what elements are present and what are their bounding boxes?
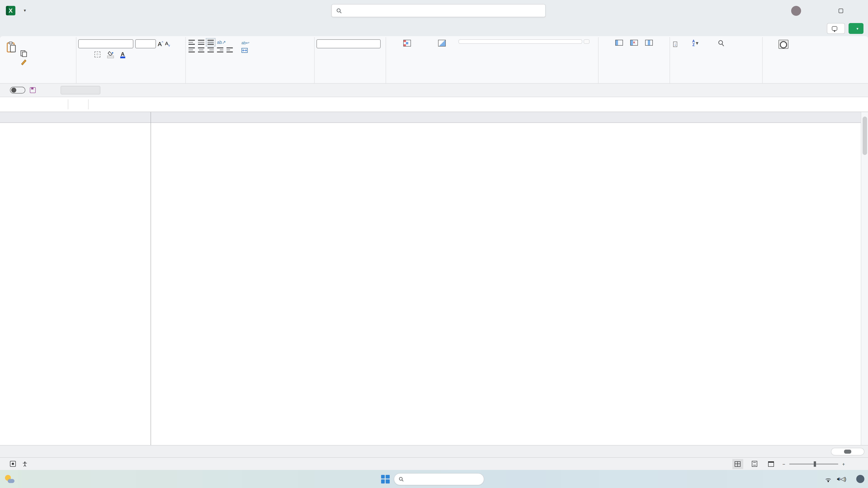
- clear-button[interactable]: [672, 48, 681, 50]
- status-bar: − +: [0, 457, 868, 470]
- analysis-group: [763, 37, 804, 83]
- increase-indent-button[interactable]: [226, 47, 233, 53]
- save-icon: [30, 87, 36, 93]
- taskbar-search[interactable]: [394, 473, 484, 485]
- format-cells-button[interactable]: [643, 38, 655, 49]
- page-break-view-button[interactable]: [766, 459, 776, 469]
- name-box-resizer[interactable]: [68, 97, 72, 111]
- font-size-select[interactable]: [135, 39, 156, 48]
- vertical-scroll-thumb[interactable]: [862, 117, 867, 155]
- share-button[interactable]: ▼: [848, 23, 864, 34]
- increase-font-button[interactable]: A^: [158, 40, 163, 47]
- orientation-button[interactable]: ab↗: [217, 40, 226, 45]
- chevron-down-icon: ▼: [856, 27, 859, 30]
- fill-color-button[interactable]: [107, 51, 114, 57]
- ribbon: A^ Av ⁘ A: [0, 36, 868, 84]
- find-select-button[interactable]: [708, 38, 734, 51]
- borders-button[interactable]: ⁘: [94, 51, 100, 57]
- align-center-button[interactable]: [198, 47, 204, 53]
- zoom-out-button[interactable]: −: [782, 461, 785, 466]
- save-button[interactable]: [30, 87, 38, 93]
- notification-badge[interactable]: [856, 475, 864, 483]
- zoom-in-button[interactable]: +: [842, 461, 845, 466]
- restore-icon: [839, 8, 843, 13]
- alignment-group: ab↗ ab↩: [186, 37, 315, 83]
- expand-formula-bar-button[interactable]: [856, 97, 868, 111]
- find-icon: [717, 40, 725, 47]
- wifi-icon[interactable]: [825, 476, 832, 482]
- conditional-formatting-button[interactable]: [388, 38, 426, 50]
- system-tray: 🔊︎◁): [802, 475, 864, 483]
- avatar[interactable]: [791, 6, 801, 15]
- cell-styles-gallery: [458, 39, 582, 44]
- wrap-text-button[interactable]: ab↩: [240, 40, 252, 46]
- editing-group: ↓ AZ▼: [670, 37, 763, 83]
- zoom-slider[interactable]: [789, 463, 838, 464]
- quick-access-toolbar: [0, 84, 868, 97]
- volume-icon[interactable]: 🔊︎◁): [837, 476, 846, 482]
- format-as-table-button[interactable]: [426, 38, 458, 50]
- align-right-button[interactable]: [208, 47, 214, 53]
- autosave-toggle[interactable]: [10, 87, 25, 94]
- horizontal-scroll-thumb[interactable]: [844, 449, 851, 453]
- cells-group: ×: [598, 37, 670, 83]
- page-break-icon: [768, 461, 774, 466]
- formula-bar: [0, 97, 868, 112]
- font-color-button[interactable]: A: [121, 51, 125, 57]
- decrease-font-button[interactable]: Av: [165, 41, 170, 47]
- decrease-indent-button[interactable]: [217, 47, 223, 53]
- dropbox-tray-icon[interactable]: [807, 475, 815, 483]
- restore-button[interactable]: [832, 2, 850, 20]
- number-format-select[interactable]: [316, 39, 381, 48]
- minimize-button[interactable]: [814, 2, 832, 20]
- fill-button[interactable]: ↓: [672, 41, 681, 48]
- sort-filter-button[interactable]: AZ▼: [683, 38, 708, 51]
- copy-icon: [20, 50, 27, 57]
- comments-button[interactable]: [827, 23, 845, 34]
- cut-button[interactable]: [19, 41, 31, 49]
- delete-cells-button[interactable]: ×: [627, 38, 641, 49]
- styles-gallery-scrollbar[interactable]: [584, 39, 590, 44]
- paste-button[interactable]: [4, 38, 19, 57]
- analyze-data-button[interactable]: [770, 38, 797, 52]
- weather-icon: [4, 474, 14, 484]
- accessibility-icon: [22, 461, 28, 466]
- taskbar: 🔊︎◁): [0, 470, 868, 488]
- vertical-scrollbar[interactable]: [861, 112, 868, 445]
- align-top-button[interactable]: [188, 40, 195, 45]
- add-sheet-button[interactable]: [12, 446, 23, 457]
- font-name-select[interactable]: [78, 39, 133, 48]
- align-left-button[interactable]: [188, 47, 195, 53]
- page-layout-view-button[interactable]: [749, 459, 760, 469]
- copy-button[interactable]: [19, 49, 31, 58]
- worksheet-grid: [0, 112, 868, 445]
- normal-view-button[interactable]: [732, 459, 743, 469]
- search-box[interactable]: [331, 4, 546, 17]
- sheet-tab-bar: [0, 445, 868, 457]
- normal-view-icon: [735, 461, 741, 466]
- formula-input[interactable]: [89, 97, 856, 111]
- weather-widget[interactable]: [4, 474, 18, 484]
- horizontal-scrollbar[interactable]: [831, 448, 864, 455]
- name-box[interactable]: [0, 97, 68, 111]
- toggle-knob: [11, 88, 16, 93]
- document-title[interactable]: ▼: [21, 8, 27, 13]
- accessibility-status[interactable]: [22, 461, 30, 466]
- autosum-button[interactable]: [672, 39, 681, 41]
- align-bottom-button[interactable]: [208, 40, 214, 45]
- clipboard-group: [2, 37, 76, 83]
- search-icon: [336, 8, 342, 13]
- start-button[interactable]: [381, 475, 390, 483]
- analyze-data-icon: [778, 40, 788, 49]
- number-group: [315, 37, 386, 83]
- qat-custom-box[interactable]: [61, 86, 100, 94]
- format-painter-button[interactable]: [19, 58, 31, 66]
- insert-cells-button[interactable]: [613, 38, 626, 49]
- align-middle-button[interactable]: [198, 40, 204, 45]
- macro-record-icon[interactable]: [10, 461, 16, 467]
- wrap-text-icon: ab↩: [241, 41, 249, 45]
- close-button[interactable]: [850, 2, 868, 20]
- merge-center-button[interactable]: [240, 47, 252, 54]
- zoom-slider-thumb[interactable]: [814, 461, 816, 466]
- page-layout-icon: [752, 461, 757, 467]
